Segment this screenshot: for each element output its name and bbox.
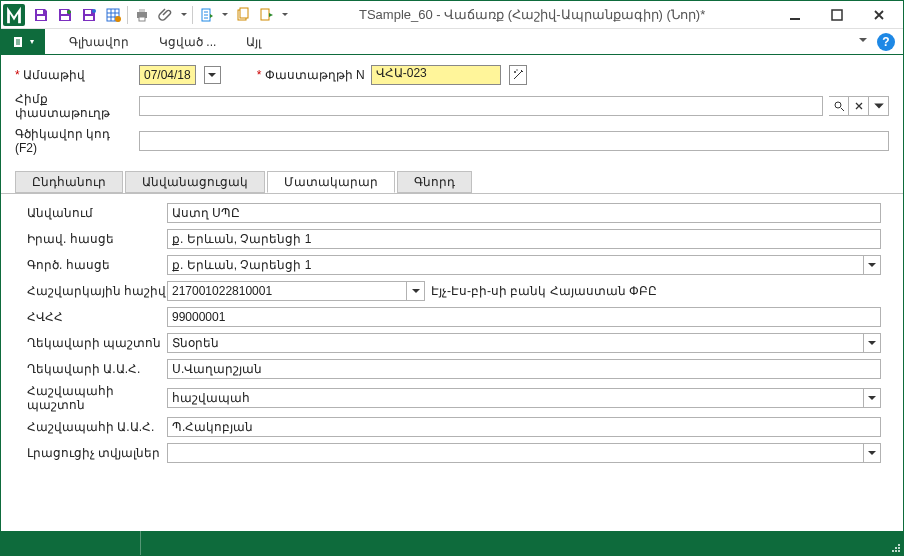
svg-rect-3 bbox=[61, 16, 69, 20]
tab-buyer[interactable]: Գնորդ bbox=[397, 171, 472, 193]
director-position-label: Ղեկավարի պաշտոն bbox=[27, 336, 167, 350]
base-doc-field[interactable] bbox=[139, 96, 823, 116]
svg-rect-15 bbox=[261, 9, 269, 20]
barcode-label: Գծիկավոր կոդ (F2) bbox=[15, 127, 133, 155]
status-bar bbox=[1, 531, 903, 555]
separator bbox=[127, 6, 128, 24]
svg-point-6 bbox=[92, 9, 96, 13]
doc-export-icon[interactable] bbox=[197, 5, 217, 25]
attach-icon[interactable] bbox=[156, 5, 176, 25]
svg-point-25 bbox=[898, 550, 900, 552]
svg-rect-4 bbox=[85, 10, 91, 14]
accountant-position-label: Հաշվապահի պաշտոն bbox=[27, 384, 167, 412]
send-doc-icon[interactable] bbox=[257, 5, 277, 25]
base-doc-clear-button[interactable] bbox=[849, 96, 869, 116]
bank-account-field[interactable]: 217001022810001 bbox=[167, 281, 407, 301]
svg-rect-11 bbox=[139, 17, 145, 21]
tab-strip: Ընդհանուր Անվանացուցակ Մատակարար Գնորդ bbox=[1, 172, 903, 194]
minimize-button[interactable] bbox=[781, 5, 809, 25]
svg-point-26 bbox=[895, 550, 897, 552]
menu-other[interactable]: Այլ bbox=[246, 35, 261, 49]
header-form: Ամսաթիվ 07/04/18 Փաստաթղթի N ՎՀԱ-023 Հիմ… bbox=[1, 55, 903, 168]
director-position-field[interactable]: Տնօրեն bbox=[167, 333, 863, 353]
accountant-position-dropdown[interactable] bbox=[863, 388, 881, 408]
help-icon[interactable]: ? bbox=[877, 33, 895, 51]
supplier-panel: Անվանում Աստղ ՍՊԸ Իրավ. հասցե ք. Երևան, … bbox=[15, 194, 889, 478]
legal-address-field[interactable]: ք. Երևան, Չարենցի 1 bbox=[167, 229, 881, 249]
svg-point-20 bbox=[516, 69, 517, 70]
docn-field[interactable]: ՎՀԱ-023 bbox=[371, 65, 501, 85]
tab-general[interactable]: Ընդհանուր bbox=[15, 171, 123, 193]
accountant-name-label: Հաշվապահի Ա.Ա.Հ. bbox=[27, 420, 167, 434]
svg-point-8 bbox=[115, 16, 121, 22]
tax-id-label: ՀՎՀՀ bbox=[27, 310, 167, 324]
resize-grip-icon[interactable] bbox=[887, 531, 903, 555]
date-value: 07/04/18 bbox=[144, 68, 191, 82]
tab-list[interactable]: Անվանացուցակ bbox=[125, 171, 265, 193]
legal-address-label: Իրավ. հասցե bbox=[27, 232, 167, 246]
additional-data-label: Լրացուցիչ տվյալներ bbox=[27, 446, 167, 460]
svg-point-19 bbox=[514, 71, 516, 73]
supplier-name-field[interactable]: Աստղ ՍՊԸ bbox=[167, 203, 881, 223]
window-title: TSample_60 - Վաճառք (Հաշիվ-Ապրանքագիր) (… bbox=[289, 7, 781, 22]
accountant-name-field[interactable]: Պ.Հակոբյան bbox=[167, 417, 881, 437]
svg-point-22 bbox=[898, 544, 900, 546]
doc-export-dropdown-icon[interactable] bbox=[221, 5, 229, 25]
docn-label: Փաստաթղթի N bbox=[257, 68, 365, 82]
save-alt-icon[interactable] bbox=[79, 5, 99, 25]
save-icon[interactable] bbox=[31, 5, 51, 25]
business-address-dropdown[interactable] bbox=[863, 255, 881, 275]
bank-account-label: Հաշվարկային հաշիվ bbox=[27, 284, 167, 298]
base-doc-search-button[interactable] bbox=[829, 96, 849, 116]
menu-attached[interactable]: Կցված ... bbox=[159, 35, 216, 49]
date-field[interactable]: 07/04/18 bbox=[139, 65, 196, 85]
print-icon[interactable] bbox=[132, 5, 152, 25]
tax-id-field[interactable]: 99000001 bbox=[167, 307, 881, 327]
date-dropdown-button[interactable] bbox=[204, 66, 221, 84]
svg-rect-2 bbox=[61, 10, 67, 14]
director-position-dropdown[interactable] bbox=[863, 333, 881, 353]
menu-bar: ▾ Գլխավոր Կցված ... Այլ ? bbox=[1, 29, 903, 55]
maximize-button[interactable] bbox=[823, 5, 851, 25]
accountant-position-field[interactable]: հաշվապահ bbox=[167, 388, 863, 408]
svg-rect-10 bbox=[139, 9, 145, 12]
additional-data-dropdown[interactable] bbox=[863, 443, 881, 463]
svg-rect-14 bbox=[240, 8, 248, 18]
copy-doc-icon[interactable] bbox=[233, 5, 253, 25]
collapse-ribbon-icon[interactable] bbox=[857, 34, 869, 49]
bank-account-dropdown[interactable] bbox=[407, 281, 425, 301]
business-address-label: Գործ. հասցե bbox=[27, 258, 167, 272]
svg-rect-16 bbox=[790, 18, 800, 20]
docn-generate-button[interactable] bbox=[509, 65, 527, 85]
grid-icon[interactable] bbox=[103, 5, 123, 25]
svg-point-24 bbox=[895, 547, 897, 549]
barcode-field[interactable] bbox=[139, 131, 889, 151]
menu-main[interactable]: Գլխավոր bbox=[69, 35, 129, 49]
send-doc-dropdown-icon[interactable] bbox=[281, 5, 289, 25]
attach-dropdown-icon[interactable] bbox=[180, 5, 188, 25]
separator bbox=[192, 6, 193, 24]
director-name-label: Ղեկավարի Ա.Ա.Հ. bbox=[27, 362, 167, 376]
business-address-field[interactable]: ք. Երևան, Չարենցի 1 bbox=[167, 255, 863, 275]
base-doc-label: Հիմք փաստաթուղթ bbox=[15, 92, 133, 120]
title-bar: TSample_60 - Վաճառք (Հաշիվ-Ապրանքագիր) (… bbox=[1, 1, 903, 29]
save-plus-icon[interactable] bbox=[55, 5, 75, 25]
svg-point-21 bbox=[835, 102, 841, 108]
supplier-name-label: Անվանում bbox=[27, 206, 167, 220]
quick-toolbar bbox=[31, 5, 289, 25]
svg-rect-17 bbox=[832, 10, 842, 20]
svg-rect-0 bbox=[37, 10, 43, 14]
status-segment bbox=[1, 531, 141, 555]
close-button[interactable] bbox=[865, 5, 893, 25]
svg-point-27 bbox=[892, 550, 894, 552]
additional-data-field[interactable] bbox=[167, 443, 863, 463]
tab-supplier[interactable]: Մատակարար bbox=[267, 171, 395, 193]
svg-point-23 bbox=[898, 547, 900, 549]
bank-name-text: Էյչ-Էս-բի-սի բանկ Հայաստան ՓԲԸ bbox=[431, 284, 657, 298]
file-menu[interactable]: ▾ bbox=[1, 29, 45, 54]
date-label: Ամսաթիվ bbox=[15, 68, 133, 82]
docn-value: ՎՀԱ-023 bbox=[376, 66, 427, 80]
base-doc-dropdown-button[interactable] bbox=[869, 96, 889, 116]
director-name-field[interactable]: Ս.Վաղարշյան bbox=[167, 359, 881, 379]
svg-rect-1 bbox=[37, 16, 45, 20]
